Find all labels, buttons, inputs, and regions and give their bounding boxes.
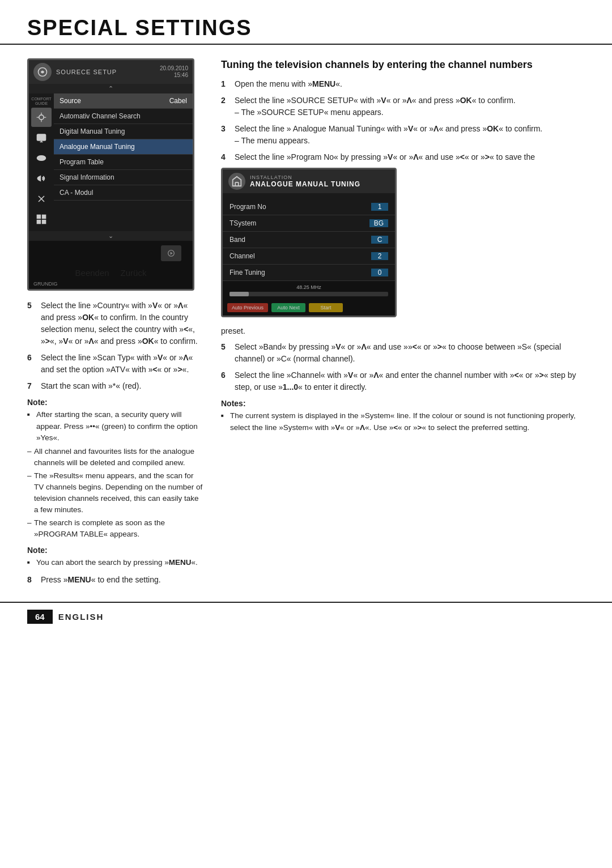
tv2-program-no[interactable]: Program No 1 xyxy=(223,199,395,215)
step-3: 3 Select the line » Analogue Manual Tuni… xyxy=(221,123,585,147)
notes-section: Notes: The current system is displayed i… xyxy=(221,399,585,433)
main-content: SOURECE SETUP 20.09.2010 15:46 ⌃ COMFORT… xyxy=(0,45,612,590)
tv-menu-auto-search-label: Automativ Channel Search xyxy=(60,112,141,120)
left-steps: 5 Select the line »Country« with »V« or … xyxy=(27,300,203,392)
right-column: Tuning the television channels by enteri… xyxy=(221,58,585,590)
tv-icon-audio[interactable] xyxy=(31,169,52,188)
note-sub-2: The »Results« menu appears, and the scan… xyxy=(27,470,203,516)
note-items-2: You can abort the search by pressing »ME… xyxy=(27,557,203,568)
tv-menu-list: Source Cabel Automativ Channel Search Di… xyxy=(54,93,193,231)
tv2-btn-auto-next[interactable]: Auto Next xyxy=(271,303,305,312)
tv-bottom-labels: Beenden Zurück xyxy=(29,266,193,280)
tv-menu-source-value: Cabel xyxy=(169,97,187,105)
tv-top-bar: SOURECE SETUP 20.09.2010 15:46 xyxy=(29,60,193,84)
section-heading: Tuning the television channels by enteri… xyxy=(221,58,585,71)
tv2-tsystem[interactable]: TSystem BG xyxy=(223,215,395,232)
tv-time: 15:46 xyxy=(160,72,188,79)
tv2-buttons: Auto Previous Auto Next Start xyxy=(223,300,395,316)
tv-datetime: 20.09.2010 15:46 xyxy=(160,65,188,79)
tv2-btn-start[interactable]: Start xyxy=(309,303,343,312)
step-5-right: 5 Select »Band« by pressing »V« or »Λ« a… xyxy=(221,341,585,365)
tv-menu-item-source[interactable]: Source Cabel xyxy=(54,93,193,109)
page-bottom: 64 ENGLISH xyxy=(0,602,612,631)
page-header: SPECIAL SETTINGS xyxy=(0,0,612,45)
tv-date: 20.09.2010 xyxy=(160,65,188,72)
tv-menu-item-program-table[interactable]: Program Table xyxy=(54,155,193,170)
svg-marker-15 xyxy=(233,177,241,186)
tv-logo-icon xyxy=(33,63,52,81)
tv2-channel-val: 2 xyxy=(371,252,388,260)
tv-label-zuruck: Zurück xyxy=(121,268,147,278)
tv2-menu-title: ANALOGUE MANUAL TUNING xyxy=(250,180,360,188)
tv2-program-no-label: Program No xyxy=(230,203,266,211)
grundig-label: GRUNDIG xyxy=(29,280,193,289)
tv2-tsystem-val: BG xyxy=(369,219,388,227)
note-box-1: Note: After starting the scan, a securit… xyxy=(27,398,203,540)
note-item-1: After starting the scan, a security quer… xyxy=(27,409,203,444)
tv-down-arrow: ⌄ xyxy=(29,231,193,241)
tv2-fine-tuning-label: Fine Tuning xyxy=(230,269,265,276)
tv2-channel-label: Channel xyxy=(230,252,255,260)
tv2-tsystem-label: TSystem xyxy=(230,219,256,227)
left-column: SOURECE SETUP 20.09.2010 15:46 ⌃ COMFORT… xyxy=(27,58,203,590)
note-box-2: Note: You can abort the search by pressi… xyxy=(27,546,203,568)
note-sub-1: All channel and favourites lists for the… xyxy=(27,446,203,469)
tv2-band-label: Band xyxy=(230,236,245,244)
tv2-band-val: C xyxy=(371,236,388,244)
svg-rect-2 xyxy=(37,135,46,141)
step-8-list: 8 Press »MENU« to end the setting. xyxy=(27,574,203,586)
tv2-progress-label: 48.25 MHz xyxy=(230,284,388,290)
tv-menu-analogue-label: Analogue Manual Tuning xyxy=(60,143,135,151)
tv-up-arrow: ⌃ xyxy=(29,84,193,93)
svg-rect-12 xyxy=(42,220,46,224)
step-6-right: 6 Select the line »Channel« with »V« or … xyxy=(221,369,585,393)
tv-menu-signal-label: Signal Information xyxy=(60,173,114,181)
tv2-band[interactable]: Band C xyxy=(223,232,395,248)
tv2-channel[interactable]: Channel 2 xyxy=(223,248,395,265)
tv2-fine-tuning[interactable]: Fine Tuning 0 xyxy=(223,265,395,281)
notes-section-title: Notes: xyxy=(221,399,585,408)
step-1: 1 Open the menu with »MENU«. xyxy=(221,78,585,90)
tv2-progress-bar: 48.25 MHz xyxy=(223,281,395,300)
svg-rect-11 xyxy=(37,220,41,224)
steps-5-6-right: 5 Select »Band« by pressing »V« or »Λ« a… xyxy=(221,341,585,393)
svg-point-6 xyxy=(40,157,43,160)
tv2-top-bar: INSTALLATION ANALOGUE MANUAL TUNING xyxy=(223,169,395,193)
tv-menu-ca-label: CA - Modul xyxy=(60,189,93,197)
tv-icon-tools[interactable] xyxy=(31,189,52,209)
step-6-left: 6 Select the line »Scan Typ« with »V« or… xyxy=(27,352,203,376)
note-item-2: You can abort the search by pressing »ME… xyxy=(27,557,203,568)
tv-icon-settings[interactable] xyxy=(31,210,52,229)
tv-menu-program-label: Program Table xyxy=(60,158,104,166)
svg-marker-14 xyxy=(171,252,173,255)
tv-menu-item-digital-manual[interactable]: Digital Manual Tuning xyxy=(54,124,193,139)
tv-menu-source-label: Source xyxy=(60,97,81,105)
tv-play-icon xyxy=(161,245,181,261)
steps-1-4: 1 Open the menu with »MENU«. 2 Select th… xyxy=(221,78,585,163)
tv-menu-item-auto-search[interactable]: Automativ Channel Search xyxy=(54,109,193,124)
tv-sidebar-area: COMFORTGUIDE xyxy=(29,93,193,231)
tv-title-area: SOURECE SETUP xyxy=(56,69,155,75)
tv-icon-eye[interactable] xyxy=(31,148,52,168)
language-label: ENGLISH xyxy=(58,612,104,622)
tv-icons-column: COMFORTGUIDE xyxy=(29,93,54,231)
tv-menu-digital-label: Digital Manual Tuning xyxy=(60,127,125,135)
step-5-left: 5 Select the line »Country« with »V« or … xyxy=(27,300,203,347)
note-items-1: After starting the scan, a security quer… xyxy=(27,409,203,540)
tv-menu-item-analogue-manual[interactable]: Analogue Manual Tuning xyxy=(54,139,193,155)
tv-screen-1: SOURECE SETUP 20.09.2010 15:46 ⌃ COMFORT… xyxy=(27,58,194,291)
tv-label-beenden: Beenden xyxy=(75,268,109,278)
tv-icon-satellite[interactable] xyxy=(31,108,52,127)
tv-menu-label: SOURECE SETUP xyxy=(56,69,155,75)
tv-menu-item-signal-info[interactable]: Signal Information xyxy=(54,170,193,185)
tv2-logo xyxy=(228,173,245,190)
step-7-left: 7 Start the scan with »*« (red). xyxy=(27,380,203,392)
comfort-label: COMFORTGUIDE xyxy=(31,96,51,107)
tv2-progress-track xyxy=(230,292,388,296)
page-number: 64 xyxy=(27,610,53,624)
tv-menu-item-ca-modul[interactable]: CA - Modul xyxy=(54,185,193,201)
tv2-program-no-val: 1 xyxy=(371,203,388,211)
tv2-btn-auto-prev[interactable]: Auto Previous xyxy=(227,303,268,312)
tv-icon-tv[interactable] xyxy=(31,128,52,147)
step-2: 2 Select the line »SOURCE SETUP« with »V… xyxy=(221,95,585,118)
